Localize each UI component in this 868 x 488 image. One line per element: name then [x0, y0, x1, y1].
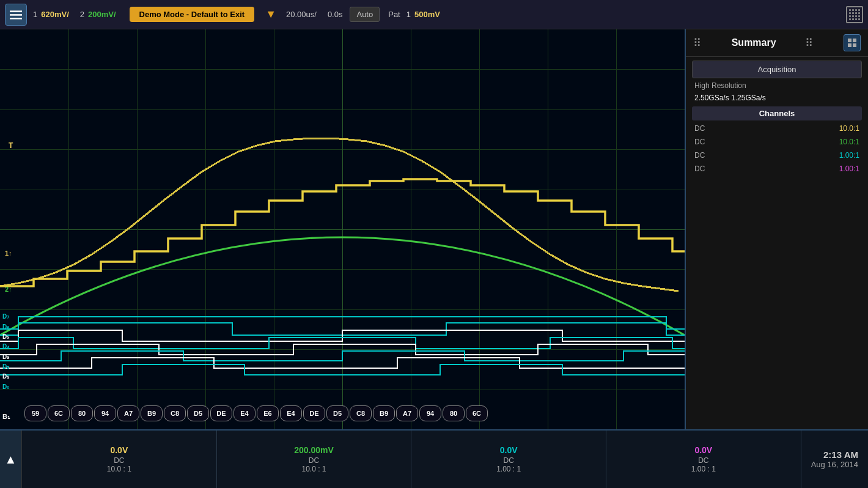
- auto-button[interactable]: Auto: [350, 7, 380, 22]
- d0-label: D₀: [2, 383, 9, 390]
- offset-value: 0.0s: [328, 10, 343, 19]
- bottom-ch3-coupling: DC: [503, 456, 513, 465]
- sample-rate-row: 2.50GSa/s 1.25GSa/s: [686, 92, 868, 104]
- panel-title: Summary: [732, 37, 776, 48]
- bus-seg-5: B9: [141, 405, 163, 421]
- ch-row-2-val: 10.0:1: [839, 138, 859, 146]
- ch2-scale: 200mV/: [88, 10, 116, 19]
- bus-seg-2: 80: [71, 405, 93, 421]
- bus-seg-4: A7: [117, 405, 139, 421]
- bottom-ch3[interactable]: 0.0V DC 1.00 : 1: [411, 431, 606, 488]
- ch-row-4-label: DC: [694, 165, 705, 173]
- bus-seg-10: E6: [257, 405, 279, 421]
- demo-mode-button[interactable]: Demo Mode - Default to Exit: [130, 7, 255, 22]
- bus-decode-area: 59 6C 80 94 A7 B9 C8 D5 DE E4 E6 E4 DE D…: [24, 404, 685, 423]
- d1-label: D₁: [2, 373, 9, 380]
- bus-seg-14: C8: [350, 405, 372, 421]
- ch1-scale: 620mV/: [41, 10, 69, 19]
- svg-rect-1: [10, 14, 22, 16]
- panel-layout-button[interactable]: [844, 34, 861, 51]
- svg-rect-2: [10, 18, 22, 20]
- bus-seg-19: 6C: [466, 405, 488, 421]
- timebase-value: 20.00us/: [286, 10, 317, 19]
- d7-label: D₇: [2, 313, 9, 320]
- bottom-ch4-coupling: DC: [698, 456, 708, 465]
- bus-seg-6: C8: [164, 405, 186, 421]
- bus-seg-15: B9: [373, 405, 395, 421]
- svg-rect-0: [10, 10, 22, 12]
- bottom-ch1-ratio: 10.0 : 1: [107, 465, 131, 473]
- panel-dots-icon-right: ⠿: [805, 36, 814, 50]
- svg-rect-6: [853, 43, 856, 47]
- ch-row-4: DC 1.00:1: [686, 162, 868, 176]
- bottom-ch1-val: 0.0V: [110, 445, 128, 455]
- d4-label: D₄: [2, 343, 9, 350]
- bus-seg-7: D5: [187, 405, 209, 421]
- acquisition-button[interactable]: Acquisition: [692, 61, 862, 78]
- bottom-ch1[interactable]: 0.0V DC 10.0 : 1: [22, 431, 217, 488]
- ch-row-4-val: 1.00:1: [839, 165, 859, 173]
- oscilloscope-display[interactable]: T 1↑ 2↑ D₇ D₆ D₅ D₄ D₃ D₂ D₁ D₀ B₁ 59 6C…: [0, 29, 685, 429]
- bus-seg-18: 80: [443, 405, 465, 421]
- bus-label: B₁: [2, 413, 10, 421]
- panel-dots-icon: ⠿: [693, 36, 702, 50]
- ch-row-1-val: 10.0:1: [839, 124, 859, 133]
- high-resolution-row: High Resolution: [686, 79, 868, 92]
- bottom-ch4-val: 0.0V: [694, 445, 712, 455]
- ch-row-2: DC 10.0:1: [686, 135, 868, 149]
- svg-rect-3: [848, 39, 851, 42]
- trigger-arrow-icon: ▼: [265, 8, 276, 21]
- bottom-ch2[interactable]: 200.00mV DC 10.0 : 1: [217, 431, 412, 488]
- d3-label: D₃: [2, 353, 9, 360]
- bottom-ch2-coupling: DC: [309, 456, 319, 465]
- scroll-up-button[interactable]: ▲: [0, 431, 22, 488]
- bus-seg-13: D5: [326, 405, 348, 421]
- bottom-ch1-coupling: DC: [114, 456, 124, 465]
- channels-label: Channels: [692, 106, 862, 120]
- ch1-number: 1: [33, 10, 37, 19]
- svg-rect-5: [848, 43, 851, 47]
- ch1-marker: 1↑: [5, 250, 12, 257]
- bottom-time-value: 2:13 AM: [823, 449, 858, 460]
- bus-seg-17: 94: [419, 405, 441, 421]
- bottom-ch4[interactable]: 0.0V DC 1.00 : 1: [606, 431, 801, 488]
- ch-row-1-label: DC: [694, 124, 705, 133]
- right-panel: ⠿ Summary ⠿ Acquisition High Resolution …: [685, 29, 868, 488]
- ch-row-1: DC 10.0:1: [686, 122, 868, 135]
- menu-button[interactable]: [5, 4, 27, 26]
- d6-label: D₆: [2, 323, 9, 330]
- bottom-date-value: Aug 16, 2014: [811, 460, 858, 469]
- bus-seg-0: 59: [24, 405, 46, 421]
- ch2-marker: 2↑: [5, 286, 12, 293]
- ch2-number: 2: [80, 10, 84, 19]
- bottom-ch2-ratio: 10.0 : 1: [301, 465, 326, 473]
- waveform-svg: [0, 29, 685, 429]
- panel-header: ⠿ Summary ⠿: [686, 29, 868, 57]
- bottom-ch2-val: 200.00mV: [294, 445, 334, 455]
- d2-label: D₂: [2, 363, 9, 370]
- ch-row-3-val: 1.00:1: [839, 151, 859, 160]
- top-bar: 1 620mV/ 2 200mV/ Demo Mode - Default to…: [0, 0, 868, 29]
- bus-seg-11: E4: [280, 405, 302, 421]
- grid-icon: [846, 6, 863, 23]
- bottom-status-bar: ▲ 0.0V DC 10.0 : 1 200.00mV DC 10.0 : 1 …: [0, 429, 868, 488]
- bus-seg-8: DE: [210, 405, 232, 421]
- d5-label: D₅: [2, 333, 9, 340]
- bus-seg-12: DE: [303, 405, 325, 421]
- bottom-ch3-ratio: 1.00 : 1: [496, 465, 521, 473]
- ch-row-3-label: DC: [694, 151, 705, 160]
- pat-label: Pat: [388, 10, 400, 19]
- bus-seg-3: 94: [94, 405, 116, 421]
- sample-rate-value: 2.50GSa/s 1.25GSa/s: [694, 94, 766, 102]
- bottom-ch4-ratio: 1.00 : 1: [691, 465, 716, 473]
- svg-rect-4: [853, 39, 856, 42]
- ch-row-3: DC 1.00:1: [686, 149, 868, 162]
- ch-row-2-label: DC: [694, 138, 705, 146]
- bus-seg-1: 6C: [48, 405, 70, 421]
- high-resolution-label: High Resolution: [694, 81, 746, 90]
- bus-seg-9: E4: [234, 405, 256, 421]
- bottom-ch3-val: 0.0V: [500, 445, 518, 455]
- pat-num: 1: [406, 10, 411, 19]
- bottom-datetime: 2:13 AM Aug 16, 2014: [801, 431, 868, 488]
- bus-seg-16: A7: [396, 405, 418, 421]
